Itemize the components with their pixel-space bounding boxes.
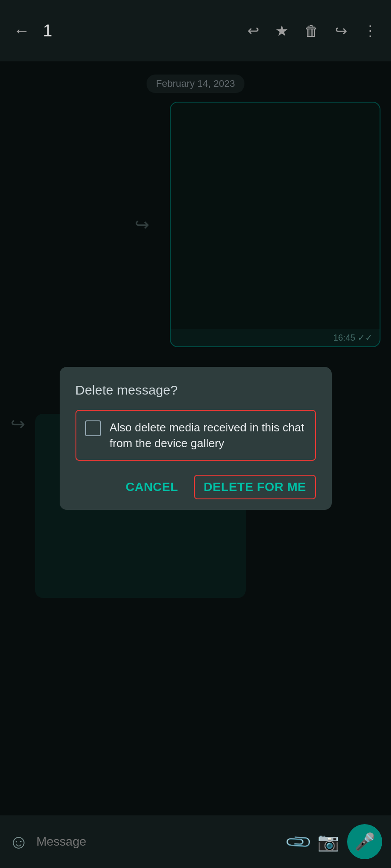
chat-area: February 14, 2023 ↪ 16:45 ✓✓ Delete mess…: [0, 61, 391, 815]
attachment-icon[interactable]: 📎: [283, 827, 314, 857]
mic-button[interactable]: 🎤: [347, 824, 382, 859]
cancel-button[interactable]: Cancel: [118, 476, 185, 498]
delete-media-checkbox-row[interactable]: Also delete media received in this chat …: [75, 410, 316, 461]
delete-icon[interactable]: 🗑: [304, 22, 319, 39]
delete-dialog: Delete message? Also delete media receiv…: [60, 367, 332, 510]
delete-media-checkbox[interactable]: [85, 420, 101, 436]
toolbar: ← 1 ↩ ★ 🗑 ↪ ⋮: [0, 0, 391, 61]
more-icon[interactable]: ⋮: [363, 22, 378, 39]
reply-icon[interactable]: ↩: [248, 22, 259, 39]
delete-media-label: Also delete media received in this chat …: [110, 420, 306, 452]
message-input[interactable]: [36, 835, 280, 849]
selected-count: 1: [43, 21, 52, 40]
input-bar: ☺ 📎 📷 🎤: [0, 815, 391, 868]
back-button[interactable]: ←: [13, 21, 30, 40]
dialog-actions: Cancel Delete for me: [75, 475, 316, 499]
mic-icon: 🎤: [355, 832, 375, 851]
forward-icon[interactable]: ↪: [335, 22, 347, 39]
dialog-overlay: Delete message? Also delete media receiv…: [0, 61, 391, 815]
delete-for-me-button[interactable]: Delete for me: [194, 475, 316, 499]
camera-icon[interactable]: 📷: [317, 832, 339, 852]
toolbar-actions: ↩ ★ 🗑 ↪ ⋮: [248, 22, 378, 39]
dialog-title: Delete message?: [75, 383, 316, 398]
star-icon[interactable]: ★: [275, 22, 288, 39]
emoji-icon[interactable]: ☺: [9, 831, 29, 853]
